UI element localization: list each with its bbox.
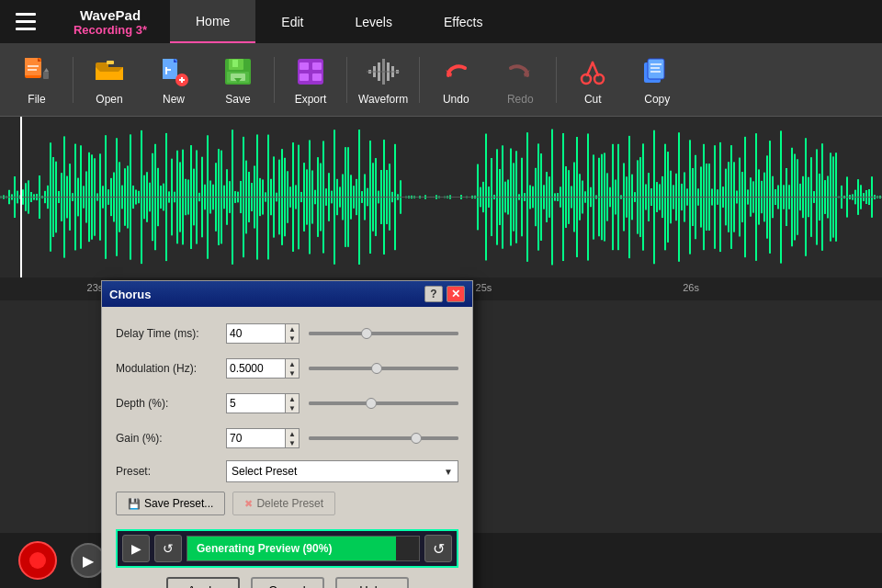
delay-time-label: Delay Time (ms):: [116, 327, 226, 340]
depth-thumb[interactable]: [366, 398, 377, 409]
dialog-controls: ? ✕: [424, 286, 465, 302]
delay-time-up[interactable]: ▲: [286, 324, 299, 334]
preview-play-icon: ▶: [131, 541, 141, 556]
depth-input[interactable]: [226, 393, 286, 413]
modulation-track: [309, 367, 458, 370]
gain-down[interactable]: ▼: [286, 438, 299, 447]
depth-up[interactable]: ▲: [286, 394, 299, 403]
dialog-titlebar: Chorus ? ✕: [102, 281, 472, 307]
depth-track: [309, 401, 458, 405]
help-button[interactable]: Help: [335, 577, 409, 588]
delete-preset-label: Delete Preset: [256, 497, 323, 510]
delay-time-slider[interactable]: [309, 332, 458, 335]
depth-arrows: ▲ ▼: [286, 393, 300, 413]
cancel-button[interactable]: Cancel: [251, 577, 324, 588]
gain-row: Gain (%): ▲ ▼: [116, 425, 458, 451]
preview-reset-button[interactable]: ↺: [424, 535, 452, 562]
preview-reset-icon: ↺: [433, 540, 445, 558]
dialog-overlay: Chorus ? ✕ Delay Time (ms): ▲ ▼: [0, 0, 882, 588]
gain-slider[interactable]: [309, 436, 458, 440]
delay-time-down[interactable]: ▼: [286, 334, 299, 343]
preview-play-button[interactable]: ▶: [122, 535, 150, 562]
save-preset-button[interactable]: 💾 Save Preset...: [116, 492, 225, 515]
preset-buttons-row: 💾 Save Preset... ✖ Delete Preset: [116, 492, 458, 520]
apply-button[interactable]: Apply: [166, 577, 240, 588]
gain-up[interactable]: ▲: [286, 429, 299, 438]
dialog-title: Chorus: [109, 288, 152, 301]
depth-slider[interactable]: [309, 401, 458, 405]
depth-label: Depth (%):: [116, 397, 226, 410]
dialog-help-button[interactable]: ?: [424, 286, 443, 302]
gain-thumb[interactable]: [411, 433, 422, 444]
chorus-dialog: Chorus ? ✕ Delay Time (ms): ▲ ▼: [101, 280, 473, 588]
dialog-body: Delay Time (ms): ▲ ▼ Modulation (Hz):: [102, 307, 472, 588]
delay-time-arrows: ▲ ▼: [286, 323, 300, 344]
preset-row: Preset: Select Preset ▼: [116, 460, 458, 482]
dialog-bottom-buttons: Apply Cancel Help: [116, 577, 458, 588]
modulation-slider[interactable]: [309, 367, 458, 370]
modulation-input[interactable]: [226, 358, 286, 379]
chevron-down-icon: ▼: [444, 467, 453, 477]
preset-label: Preset:: [116, 465, 226, 478]
gain-label: Gain (%):: [116, 432, 226, 445]
gain-input[interactable]: [226, 428, 286, 448]
modulation-thumb[interactable]: [371, 363, 382, 374]
modulation-row: Modulation (Hz): ▲ ▼: [116, 356, 458, 381]
delay-time-spinbox: ▲ ▼: [226, 323, 300, 344]
preview-progress-container: Generating Preview (90%): [187, 536, 420, 561]
modulation-arrows: ▲ ▼: [286, 358, 300, 379]
modulation-down[interactable]: ▼: [286, 368, 299, 378]
save-preset-label: Save Preset...: [144, 497, 213, 510]
dialog-close-button[interactable]: ✕: [447, 286, 465, 302]
preview-loop-icon: ↺: [163, 541, 174, 556]
depth-spinbox: ▲ ▼: [226, 393, 300, 413]
preview-area: ▶ ↺ Generating Preview (90%) ↺: [116, 529, 458, 568]
preset-select[interactable]: Select Preset ▼: [226, 460, 458, 482]
save-preset-icon: 💾: [128, 498, 141, 510]
delete-preset-button: ✖ Delete Preset: [232, 492, 335, 515]
modulation-up[interactable]: ▲: [286, 359, 299, 368]
preview-loop-button[interactable]: ↺: [154, 535, 182, 562]
gain-spinbox: ▲ ▼: [226, 428, 300, 448]
depth-row: Depth (%): ▲ ▼: [116, 390, 458, 416]
modulation-spinbox: ▲ ▼: [226, 358, 300, 379]
gain-arrows: ▲ ▼: [286, 428, 300, 448]
delay-time-row: Delay Time (ms): ▲ ▼: [116, 321, 458, 346]
delay-time-input[interactable]: [226, 323, 286, 344]
delay-time-track: [309, 332, 458, 335]
gain-track: [309, 436, 458, 440]
modulation-label: Modulation (Hz):: [116, 362, 226, 375]
depth-down[interactable]: ▼: [286, 403, 299, 413]
preview-progress-text: Generating Preview (90%): [187, 542, 332, 555]
delete-preset-icon: ✖: [244, 498, 253, 510]
preset-select-text: Select Preset: [232, 465, 297, 478]
delay-time-thumb[interactable]: [361, 328, 372, 339]
